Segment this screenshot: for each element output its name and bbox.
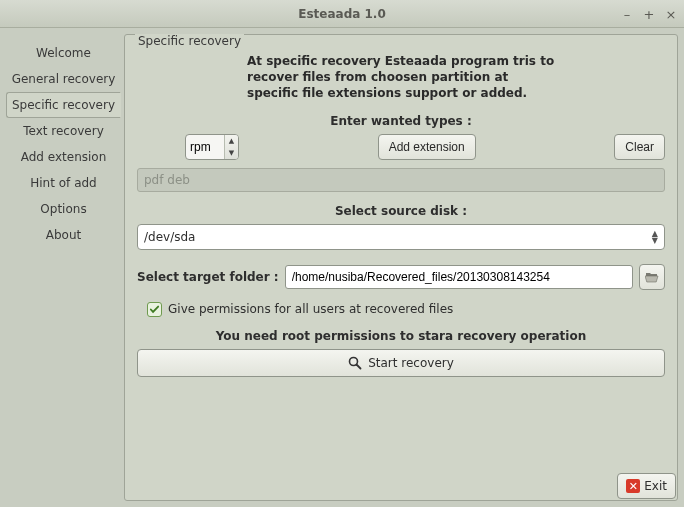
type-input[interactable] bbox=[186, 135, 224, 159]
permissions-label: Give permissions for all users at recove… bbox=[168, 302, 453, 316]
tab-list: Welcome General recovery Specific recove… bbox=[6, 40, 120, 501]
close-button[interactable]: × bbox=[664, 7, 678, 21]
tab-welcome[interactable]: Welcome bbox=[6, 40, 120, 66]
exit-button[interactable]: ✕ Exit bbox=[617, 473, 676, 499]
tab-add-extension[interactable]: Add extension bbox=[6, 144, 120, 170]
spinner-buttons: ▲ ▼ bbox=[224, 135, 238, 159]
check-icon bbox=[149, 304, 160, 315]
tab-specific-recovery[interactable]: Specific recovery bbox=[6, 92, 121, 118]
button-label: Add extension bbox=[389, 140, 465, 154]
combo-value: /dev/sda bbox=[144, 230, 195, 244]
client-area: Welcome General recovery Specific recove… bbox=[0, 28, 684, 507]
tab-label: Welcome bbox=[36, 46, 91, 60]
footer: ✕ Exit bbox=[617, 473, 676, 499]
spin-down-icon[interactable]: ▼ bbox=[225, 147, 238, 159]
tab-hint-of-add[interactable]: Hint of add bbox=[6, 170, 120, 196]
target-row: Select target folder : bbox=[137, 264, 665, 290]
intro-line: recover files from choosen partition at bbox=[247, 69, 665, 85]
button-label: Exit bbox=[644, 479, 667, 493]
types-controls-row: ▲ ▼ Add extension Clear bbox=[137, 134, 665, 160]
specific-recovery-panel: Specific recovery At specific recovery E… bbox=[124, 34, 678, 501]
minimize-button[interactable]: – bbox=[620, 7, 634, 21]
tab-label: Text recovery bbox=[23, 124, 104, 138]
close-icon: ✕ bbox=[626, 479, 640, 493]
panel-legend: Specific recovery bbox=[135, 34, 244, 48]
titlebar: Esteaada 1.0 – + × bbox=[0, 0, 684, 28]
tab-options[interactable]: Options bbox=[6, 196, 120, 222]
tab-label: Options bbox=[40, 202, 86, 216]
pending-types-field: pdf deb bbox=[137, 168, 665, 192]
tab-general-recovery[interactable]: General recovery bbox=[6, 66, 120, 92]
tab-about[interactable]: About bbox=[6, 222, 120, 248]
start-recovery-button[interactable]: Start recovery bbox=[137, 349, 665, 377]
button-label: Start recovery bbox=[368, 356, 454, 370]
tab-text-recovery[interactable]: Text recovery bbox=[6, 118, 120, 144]
app-window: Esteaada 1.0 – + × Welcome General recov… bbox=[0, 0, 684, 507]
target-label: Select target folder : bbox=[137, 270, 279, 284]
combo-arrows-icon: ▲▼ bbox=[652, 230, 658, 244]
types-heading: Enter wanted types : bbox=[137, 114, 665, 128]
source-disk-combo[interactable]: /dev/sda ▲▼ bbox=[137, 224, 665, 250]
intro-line: At specific recovery Esteaada program tr… bbox=[247, 53, 665, 69]
tab-label: Specific recovery bbox=[12, 98, 115, 112]
window-controls: – + × bbox=[620, 0, 678, 28]
tab-label: Hint of add bbox=[30, 176, 96, 190]
svg-line-1 bbox=[357, 364, 361, 368]
permissions-row: Give permissions for all users at recove… bbox=[147, 302, 665, 317]
folder-open-icon bbox=[645, 271, 659, 283]
browse-folder-button[interactable] bbox=[639, 264, 665, 290]
search-icon bbox=[348, 356, 362, 370]
tab-label: About bbox=[46, 228, 81, 242]
add-extension-button[interactable]: Add extension bbox=[378, 134, 476, 160]
tab-label: General recovery bbox=[12, 72, 116, 86]
window-title: Esteaada 1.0 bbox=[298, 7, 386, 21]
source-heading: Select source disk : bbox=[137, 204, 665, 218]
spin-up-icon[interactable]: ▲ bbox=[225, 135, 238, 147]
intro-text: At specific recovery Esteaada program tr… bbox=[247, 53, 665, 102]
root-warning: You need root permissions to stara recov… bbox=[137, 329, 665, 343]
maximize-button[interactable]: + bbox=[642, 7, 656, 21]
tab-label: Add extension bbox=[21, 150, 107, 164]
button-label: Clear bbox=[625, 140, 654, 154]
clear-button[interactable]: Clear bbox=[614, 134, 665, 160]
permissions-checkbox[interactable] bbox=[147, 302, 162, 317]
pending-types-text: pdf deb bbox=[144, 173, 190, 187]
target-folder-input[interactable] bbox=[285, 265, 633, 289]
type-spinner[interactable]: ▲ ▼ bbox=[185, 134, 239, 160]
intro-line: specific file extensions support or adde… bbox=[247, 85, 665, 101]
